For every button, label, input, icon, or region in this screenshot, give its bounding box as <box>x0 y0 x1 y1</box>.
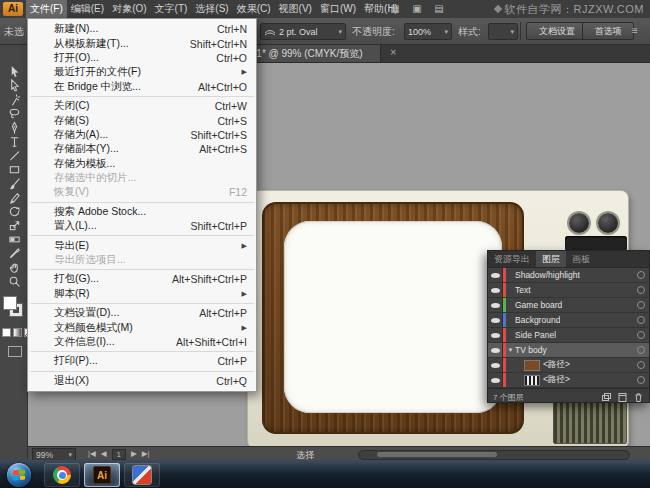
visibility-toggle[interactable] <box>488 328 503 342</box>
arrange-documents-icon[interactable]: ▦ <box>388 3 402 15</box>
file-menu-item[interactable]: 打印(P)...Ctrl+P <box>28 354 256 368</box>
visibility-toggle[interactable] <box>488 283 503 297</box>
opacity-dropdown[interactable]: 100% ▾ <box>404 23 452 40</box>
layer-row[interactable]: Text <box>488 283 649 298</box>
menubar-item-2[interactable]: 对象(O) <box>108 0 150 18</box>
menubar-item-6[interactable]: 视图(V) <box>275 0 316 18</box>
taskbar-app3-button[interactable] <box>124 463 160 487</box>
file-menu-item[interactable]: 最近打开的文件(F)▶ <box>28 65 256 79</box>
new-layer-icon[interactable] <box>617 392 628 403</box>
visibility-toggle[interactable] <box>488 358 503 372</box>
pencil-tool[interactable] <box>0 190 28 204</box>
prev-artboard-icon[interactable]: ◀ <box>101 449 107 460</box>
artboard-number[interactable]: 1 <box>112 449 126 460</box>
pen-tool[interactable] <box>0 120 28 134</box>
target-circle[interactable] <box>637 331 645 339</box>
target-circle[interactable] <box>637 346 645 354</box>
brush-dropdown[interactable]: 2 pt. Oval ▾ <box>260 23 346 40</box>
workspace-icon[interactable]: ▤ <box>432 3 446 15</box>
document-grid-icon[interactable]: ▣ <box>410 3 424 15</box>
selection-tool[interactable] <box>0 64 28 78</box>
fill-stroke-swatches[interactable] <box>0 296 28 322</box>
line-segment-tool[interactable] <box>0 148 28 162</box>
preferences-button[interactable]: 首选项 <box>582 22 634 40</box>
layer-row[interactable]: Shadow/highlight <box>488 268 649 283</box>
paintbrush-tool[interactable] <box>0 176 28 190</box>
file-menu-item[interactable]: 在 Bridge 中浏览...Alt+Ctrl+O <box>28 80 256 94</box>
target-circle[interactable] <box>637 376 645 384</box>
file-menu-item[interactable]: 存储(S)Ctrl+S <box>28 113 256 127</box>
eyedropper-tool[interactable] <box>0 246 28 260</box>
last-artboard-icon[interactable]: ▶| <box>142 449 150 460</box>
next-artboard-icon[interactable]: ▶ <box>131 449 137 460</box>
target-circle[interactable] <box>637 286 645 294</box>
menubar-item-7[interactable]: 窗口(W) <box>316 0 360 18</box>
file-menu-item[interactable]: 置入(L)...Shift+Ctrl+P <box>28 219 256 233</box>
visibility-toggle[interactable] <box>488 313 503 327</box>
screen-mode-button[interactable] <box>8 346 22 357</box>
layer-row[interactable]: Game board <box>488 298 649 313</box>
delete-layer-icon[interactable] <box>633 392 644 403</box>
scrollbar-thumb[interactable] <box>377 452 497 457</box>
visibility-toggle[interactable] <box>488 268 503 282</box>
style-dropdown[interactable]: ▾ <box>488 23 518 40</box>
visibility-toggle[interactable] <box>488 343 503 357</box>
document-setup-button[interactable]: 文档设置 <box>526 22 588 40</box>
file-menu-item[interactable]: 文档颜色模式(M)▶ <box>28 320 256 334</box>
disclosure-triangle-icon[interactable]: ▼ <box>506 347 515 353</box>
file-menu-item[interactable]: 退出(X)Ctrl+Q <box>28 374 256 388</box>
new-sublayer-icon[interactable] <box>601 392 612 403</box>
panel-tab-画板[interactable]: 画板 <box>566 251 596 267</box>
horizontal-scrollbar[interactable] <box>358 450 630 460</box>
fill-swatch[interactable] <box>3 296 17 310</box>
layer-row[interactable]: Side Panel <box>488 328 649 343</box>
file-menu-item[interactable]: 从模板新建(T)...Shift+Ctrl+N <box>28 36 256 50</box>
close-tab-icon[interactable]: × <box>390 46 396 58</box>
menubar-item-1[interactable]: 编辑(E) <box>67 0 108 18</box>
rotate-tool[interactable] <box>0 204 28 218</box>
menubar-item-5[interactable]: 效果(C) <box>233 0 275 18</box>
layer-row[interactable]: Background <box>488 313 649 328</box>
panel-menu-icon[interactable]: ≡ <box>632 25 638 36</box>
file-menu-item[interactable]: 导出(E)▶ <box>28 238 256 252</box>
panel-tab-图层[interactable]: 图层 <box>536 251 566 267</box>
menubar-item-0[interactable]: 文件(F) <box>26 0 67 18</box>
start-button[interactable] <box>7 463 31 487</box>
zoom-tool[interactable] <box>0 274 28 288</box>
target-circle[interactable] <box>637 271 645 279</box>
first-artboard-icon[interactable]: |◀ <box>88 449 96 460</box>
taskbar-illustrator-button[interactable]: Ai <box>84 463 120 487</box>
file-menu-item[interactable]: 存储副本(Y)...Alt+Ctrl+S <box>28 142 256 156</box>
file-menu-item[interactable]: 打包(G)...Alt+Shift+Ctrl+P <box>28 272 256 286</box>
gradient-tool[interactable] <box>0 232 28 246</box>
file-menu-item[interactable]: 搜索 Adobe Stock... <box>28 205 256 219</box>
layer-row[interactable]: <路径> <box>488 373 649 388</box>
magic-wand-tool[interactable] <box>0 92 28 106</box>
layer-row[interactable]: ▼TV body <box>488 343 649 358</box>
file-menu-item[interactable]: 存储为模板... <box>28 157 256 171</box>
file-menu-item[interactable]: 存储为(A)...Shift+Ctrl+S <box>28 128 256 142</box>
menubar-item-3[interactable]: 文字(T) <box>151 0 192 18</box>
file-menu-item[interactable]: 脚本(R)▶ <box>28 287 256 301</box>
lasso-tool[interactable] <box>0 106 28 120</box>
target-circle[interactable] <box>637 301 645 309</box>
gradient-button[interactable] <box>13 328 22 337</box>
file-menu-item[interactable]: 新建(N)...Ctrl+N <box>28 22 256 36</box>
hand-tool[interactable] <box>0 260 28 274</box>
target-circle[interactable] <box>637 361 645 369</box>
scale-tool[interactable] <box>0 218 28 232</box>
visibility-toggle[interactable] <box>488 373 503 387</box>
taskbar-browser-button[interactable] <box>44 463 80 487</box>
file-menu-item[interactable]: 打开(O)...Ctrl+O <box>28 51 256 65</box>
panel-tab-资源导出[interactable]: 资源导出 <box>488 251 536 267</box>
file-menu-item[interactable]: 关闭(C)Ctrl+W <box>28 99 256 113</box>
type-tool[interactable] <box>0 134 28 148</box>
rectangle-tool[interactable] <box>0 162 28 176</box>
visibility-toggle[interactable] <box>488 298 503 312</box>
file-menu-item[interactable]: 文件信息(I)...Alt+Shift+Ctrl+I <box>28 335 256 349</box>
color-button[interactable] <box>2 328 11 337</box>
menubar-item-4[interactable]: 选择(S) <box>191 0 232 18</box>
layer-row[interactable]: <路径> <box>488 358 649 373</box>
file-menu-item[interactable]: 文档设置(D)...Alt+Ctrl+P <box>28 306 256 320</box>
direct-selection-tool[interactable] <box>0 78 28 92</box>
